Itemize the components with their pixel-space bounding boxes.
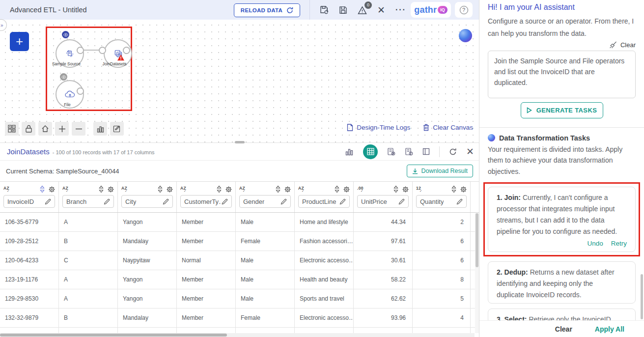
assistant-intro: Configure a source or an operator. From … xyxy=(488,15,636,40)
sort-icon[interactable] xyxy=(40,186,45,193)
question-icon: ? xyxy=(460,6,468,14)
column-settings-icon[interactable] xyxy=(402,186,409,193)
task-action-undo[interactable]: Undo xyxy=(587,238,603,249)
column-settings-icon[interactable] xyxy=(167,186,173,193)
table-cell: Member xyxy=(177,270,236,289)
sort-icon[interactable] xyxy=(393,186,398,193)
grid-view-icon[interactable] xyxy=(5,122,19,136)
save-icon[interactable] xyxy=(339,6,347,14)
output-port[interactable] xyxy=(77,47,84,54)
result-panel-header: JoinDatasets - 100 of 100 records with 1… xyxy=(0,143,479,160)
clear-prompt-link[interactable]: Clear xyxy=(488,41,636,49)
table-cell: 129-29-8530 xyxy=(0,289,59,308)
close-panel-icon[interactable]: ✕ xyxy=(466,146,474,157)
column-name: Branch xyxy=(66,198,86,205)
column-header: AZProductLine xyxy=(295,182,354,212)
column-name-box[interactable]: UnitPrice xyxy=(357,195,409,208)
tasks-list: 1. Join: Currently, I can't configure a … xyxy=(488,182,636,328)
edit-column-icon[interactable] xyxy=(456,198,463,205)
column-settings-icon[interactable] xyxy=(460,186,467,193)
edit-column-icon[interactable] xyxy=(398,198,405,205)
save-version-icon[interactable] xyxy=(320,5,329,14)
edit-column-icon[interactable] xyxy=(280,198,287,205)
task-label: 1. Join: xyxy=(497,194,521,201)
sort-icon[interactable] xyxy=(451,186,456,193)
error-badge[interactable] xyxy=(117,54,125,61)
node-label: Sample Source xyxy=(44,61,88,66)
input-port[interactable] xyxy=(99,47,106,54)
sort-icon[interactable] xyxy=(99,186,104,193)
clear-canvas-link[interactable]: Clear Canvas xyxy=(423,124,473,131)
edit-column-icon[interactable] xyxy=(222,198,228,205)
column-settings-icon[interactable] xyxy=(284,186,291,193)
table-vertical-scrollbar[interactable] xyxy=(475,213,479,333)
sort-icon[interactable] xyxy=(217,186,222,193)
chart-view-icon[interactable] xyxy=(345,148,354,156)
edit-column-icon[interactable] xyxy=(104,198,110,205)
panel-expander-tab[interactable]: » xyxy=(0,19,7,31)
sidebar-scrollbar[interactable] xyxy=(641,274,643,319)
reload-data-button[interactable]: RELOAD DATA xyxy=(234,3,300,17)
zoom-in-icon[interactable] xyxy=(55,122,69,136)
home-icon[interactable] xyxy=(38,122,52,136)
result-title: JoinDatasets xyxy=(7,147,50,156)
table-row: 106-35-6779AYangonMemberMaleHome and lif… xyxy=(0,213,479,232)
edit-column-icon[interactable] xyxy=(163,198,169,205)
column-name-box[interactable]: CustomerTy… xyxy=(180,195,232,208)
split-view-icon[interactable] xyxy=(422,148,430,155)
column-header: .00UnitPrice xyxy=(354,182,413,212)
data-rules-icon[interactable] xyxy=(405,147,413,156)
edit-column-icon[interactable] xyxy=(339,198,346,205)
download-result-button[interactable]: Download Result xyxy=(407,165,474,177)
pipeline-canvas[interactable]: » + Sample Source JoinDatasets xyxy=(0,20,479,142)
canvas-toolbar xyxy=(5,122,124,136)
table-cell: Male xyxy=(236,289,295,308)
column-name-box[interactable]: Gender xyxy=(239,195,291,208)
column-header: AZInvoiceID xyxy=(0,182,59,212)
alerts-icon[interactable]: 0 xyxy=(358,6,367,14)
gathr-logo[interactable]: gathr IQ xyxy=(411,2,451,18)
generate-tasks-button[interactable]: GENERATE TASKS xyxy=(521,102,603,118)
validate-schema-icon[interactable] xyxy=(387,147,395,156)
more-options-icon[interactable]: ··· xyxy=(395,5,406,14)
table-cell: A xyxy=(59,270,118,289)
column-name-box[interactable]: InvoiceID xyxy=(3,195,55,208)
preview-eye-badge[interactable] xyxy=(62,31,69,38)
column-settings-icon[interactable] xyxy=(108,186,114,193)
column-name-box[interactable]: Branch xyxy=(62,195,114,208)
table-horizontal-scrollbar[interactable] xyxy=(0,333,475,337)
preview-eye-badge[interactable] xyxy=(60,73,67,81)
task-action-retry[interactable]: Retry xyxy=(611,238,627,249)
apply-all-button[interactable]: Apply All xyxy=(595,325,624,333)
clear-tasks-button[interactable]: Clear xyxy=(555,325,572,333)
prompt-input[interactable]: Join the Sample Source and File operator… xyxy=(488,51,636,98)
column-settings-icon[interactable] xyxy=(225,186,232,193)
ai-assistant-orb[interactable] xyxy=(459,29,472,42)
close-icon[interactable]: ✕ xyxy=(377,4,385,16)
output-port[interactable] xyxy=(123,47,130,54)
column-settings-icon[interactable] xyxy=(343,186,350,193)
assistant-title: Hi! I am your AI assistant xyxy=(488,3,636,12)
column-settings-icon[interactable] xyxy=(49,186,55,193)
zoom-out-icon[interactable] xyxy=(72,122,85,136)
notes-icon[interactable] xyxy=(110,122,124,136)
edit-column-icon[interactable] xyxy=(45,198,51,205)
table-cell: 8 xyxy=(413,270,471,289)
table-cell: A xyxy=(59,213,118,231)
sort-icon[interactable] xyxy=(335,186,339,193)
add-component-button[interactable]: + xyxy=(10,32,29,51)
refresh-result-icon[interactable] xyxy=(449,148,457,156)
design-time-logs-label: Design-Time Logs xyxy=(357,124,410,131)
column-name-box[interactable]: ProductLine xyxy=(298,195,350,208)
column-name: UnitPrice xyxy=(361,198,387,205)
chart-icon[interactable] xyxy=(93,122,107,136)
column-name-box[interactable]: City xyxy=(121,195,173,208)
sort-icon[interactable] xyxy=(276,186,280,193)
column-name-box[interactable]: Quantity xyxy=(416,195,467,208)
output-port[interactable] xyxy=(77,87,84,95)
table-view-button[interactable] xyxy=(363,144,378,159)
sort-icon[interactable] xyxy=(158,186,163,193)
help-button[interactable]: ? xyxy=(455,2,473,18)
design-time-logs-link[interactable]: Design-Time Logs xyxy=(347,124,410,131)
lock-icon[interactable] xyxy=(22,122,35,136)
